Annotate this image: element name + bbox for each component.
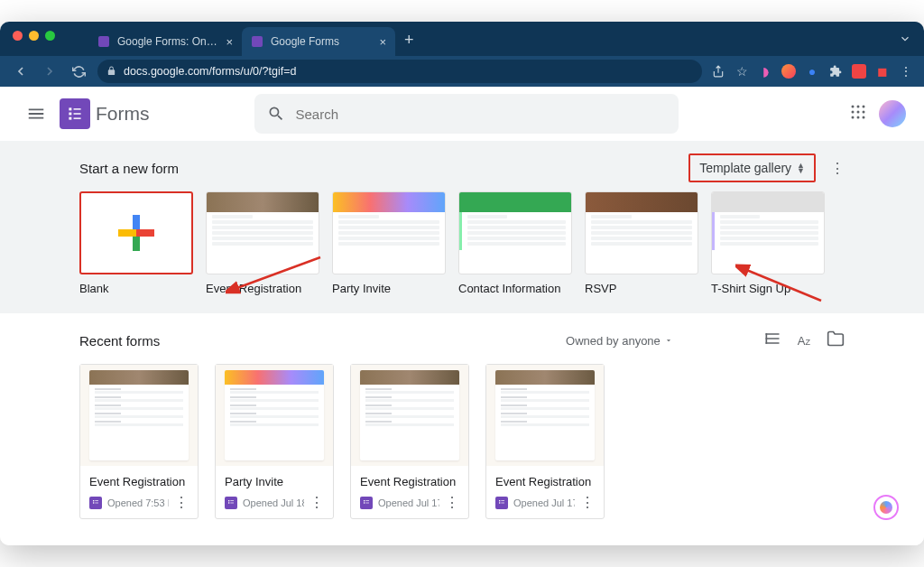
svg-rect-2	[69, 107, 71, 110]
recent-form-name: Event Registration	[495, 475, 595, 488]
more-options-icon[interactable]: ⋮	[174, 494, 189, 511]
svg-point-16	[863, 116, 865, 119]
svg-rect-31	[365, 502, 369, 503]
extensions-puzzle-icon[interactable]	[828, 64, 843, 79]
google-apps-icon[interactable]	[850, 104, 866, 124]
reload-button[interactable]	[69, 65, 88, 79]
forms-file-icon	[89, 497, 102, 509]
svg-rect-28	[364, 500, 365, 501]
forms-file-icon	[495, 497, 508, 509]
address-bar[interactable]: docs.google.com/forms/u/0/?tgif=d	[97, 60, 702, 83]
recent-form-card[interactable]: Event Registration Opened Jul 17, 2023 ⋮	[350, 364, 469, 519]
template-card[interactable]: RSVP	[585, 191, 698, 295]
dropdown-icon	[664, 336, 673, 345]
search-input[interactable]	[296, 107, 666, 122]
svg-point-8	[852, 106, 855, 108]
svg-rect-24	[228, 500, 229, 501]
more-options-icon[interactable]: ⋮	[445, 494, 459, 511]
more-options-icon[interactable]: ⋮	[310, 494, 324, 511]
svg-rect-25	[230, 500, 234, 501]
extension-icon[interactable]: ◗	[758, 64, 772, 79]
tab-title: Google Forms	[271, 35, 372, 48]
window-close-icon[interactable]	[13, 31, 23, 41]
template-label: Contact Information	[458, 282, 572, 295]
svg-rect-5	[74, 113, 81, 114]
recent-form-name: Party Invite	[225, 475, 324, 488]
forms-favicon-icon	[97, 35, 110, 48]
list-view-icon[interactable]	[763, 330, 781, 351]
plus-icon	[118, 215, 154, 251]
recent-form-card[interactable]: Event Registration Opened Jul 17, 2023 ⋮	[485, 364, 605, 519]
template-card[interactable]: Event Registration	[206, 191, 319, 295]
assistant-badge-icon[interactable]	[873, 495, 899, 520]
template-card[interactable]: T-Shirt Sign Up	[711, 191, 825, 295]
svg-rect-27	[230, 502, 234, 503]
recent-form-card[interactable]: Party Invite Opened Jul 18, 2023 ⋮	[215, 364, 334, 519]
svg-rect-20	[93, 500, 94, 501]
window-minimize-icon[interactable]	[29, 31, 39, 41]
svg-point-12	[857, 111, 860, 114]
svg-rect-4	[69, 113, 71, 116]
recent-form-date: Opened 7:53 PM	[107, 497, 169, 508]
folder-icon[interactable]	[827, 330, 845, 351]
svg-rect-6	[69, 117, 71, 120]
svg-rect-29	[365, 500, 369, 501]
svg-point-13	[863, 111, 865, 114]
share-icon[interactable]	[711, 64, 725, 79]
more-options-icon[interactable]: ⋮	[830, 160, 845, 177]
svg-rect-3	[74, 108, 81, 109]
account-avatar[interactable]	[879, 100, 906, 127]
svg-rect-34	[499, 502, 500, 503]
browser-menu-icon[interactable]: ⋮	[899, 64, 913, 79]
svg-rect-26	[228, 502, 229, 503]
template-card[interactable]: Party Invite	[332, 191, 446, 295]
app-title: Forms	[96, 103, 150, 125]
browser-tab[interactable]: Google Forms: Online Form Cr ×	[88, 27, 242, 56]
forms-file-icon	[360, 497, 373, 509]
extension-icon[interactable]: ◼	[875, 64, 890, 79]
svg-point-15	[857, 116, 860, 119]
extension-icon[interactable]	[852, 64, 866, 79]
templates-heading: Start a new form	[79, 161, 179, 176]
forward-button[interactable]	[40, 64, 60, 79]
svg-rect-32	[499, 500, 500, 501]
window-maximize-icon[interactable]	[45, 31, 55, 41]
main-menu-button[interactable]	[18, 96, 54, 132]
back-button[interactable]	[11, 64, 31, 79]
new-tab-button[interactable]: +	[395, 31, 423, 50]
forms-logo-icon	[60, 98, 90, 129]
forms-favicon-icon	[251, 35, 263, 48]
chevron-down-icon[interactable]	[899, 33, 911, 49]
template-card[interactable]: Blank	[79, 191, 193, 295]
svg-rect-21	[95, 500, 98, 501]
template-label: RSVP	[585, 282, 698, 295]
extension-icon[interactable]: ●	[805, 64, 819, 79]
template-card[interactable]: Contact Information	[458, 191, 572, 295]
tab-title: Google Forms: Online Form Cr	[117, 35, 218, 48]
forms-logo[interactable]: Forms	[60, 98, 150, 129]
search-box[interactable]	[254, 94, 679, 134]
lock-icon	[106, 66, 116, 78]
svg-rect-23	[95, 502, 98, 503]
svg-rect-7	[74, 117, 81, 118]
tab-close-icon[interactable]: ×	[226, 35, 233, 49]
more-options-icon[interactable]: ⋮	[580, 494, 595, 511]
recent-form-card[interactable]: Event Registration Opened 7:53 PM ⋮	[79, 364, 199, 519]
svg-rect-35	[501, 502, 504, 503]
template-label: Event Registration	[206, 282, 319, 295]
sort-updown-icon: ▲▼	[797, 163, 805, 173]
svg-rect-30	[364, 502, 365, 503]
template-gallery-button[interactable]: Template gallery ▲▼	[688, 153, 816, 182]
recent-form-date: Opened Jul 18, 2023	[243, 497, 304, 508]
tab-close-icon[interactable]: ×	[379, 35, 386, 49]
sort-az-icon[interactable]: AZ	[798, 334, 810, 348]
star-icon[interactable]: ☆	[735, 64, 749, 79]
svg-point-14	[852, 116, 855, 119]
browser-tab[interactable]: Google Forms ×	[242, 27, 395, 56]
extension-icon[interactable]	[781, 64, 796, 79]
search-icon	[267, 105, 285, 123]
owned-by-filter[interactable]: Owned by anyone	[566, 334, 673, 348]
template-label: Party Invite	[332, 282, 446, 295]
recent-form-date: Opened Jul 17, 2023	[513, 497, 575, 508]
svg-rect-0	[98, 36, 109, 47]
